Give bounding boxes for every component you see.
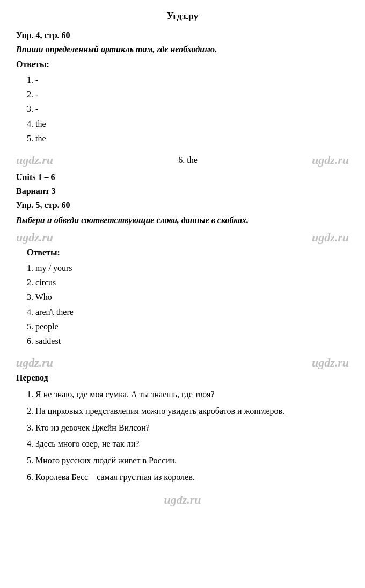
watermark-row-3: ugdz.ru ugdz.ru xyxy=(16,356,349,370)
watermark-left-2: ugdz.ru xyxy=(16,231,53,245)
section1: Упр. 4, стр. 60 Впиши определенный артик… xyxy=(16,31,349,167)
watermark-footer: ugdz.ru xyxy=(16,493,349,507)
translation-item: 4. Здесь много озер, не так ли? xyxy=(27,436,349,452)
answer-item: 5. people xyxy=(27,319,349,334)
uppr-line: Упр. 5, стр. 60 xyxy=(16,200,349,210)
site-title: Угдз.ру xyxy=(167,11,199,21)
answer-item: 2. - xyxy=(27,87,349,102)
section2-answers-label: Ответы: xyxy=(27,248,349,257)
section1-answers-list: 1. - 2. - 3. - 4. the 5. the xyxy=(27,73,349,146)
watermark-right-3: ugdz.ru xyxy=(312,356,349,370)
watermark-row-2: ugdz.ru ugdz.ru xyxy=(16,231,349,245)
translation-item: 3. Кто из девочек Джейн Вилсон? xyxy=(27,420,349,436)
answer-item-last: 6. the xyxy=(178,155,198,165)
translation-item: 1. Я не знаю, где моя сумка. А ты знаешь… xyxy=(27,387,349,403)
answer-item: 1. - xyxy=(27,73,349,87)
section1-answers-label: Ответы: xyxy=(16,60,349,69)
perevod-label: Перевод xyxy=(16,373,349,383)
site-header: Угдз.ру xyxy=(16,11,349,22)
translation-list: 1. Я не знаю, где моя сумка. А ты знаешь… xyxy=(27,387,349,485)
watermark-row-1: ugdz.ru 6. the ugdz.ru xyxy=(16,153,349,167)
section1-instruction: Впиши определенный артикль там, где необ… xyxy=(16,45,349,54)
section1-title: Упр. 4, стр. 60 xyxy=(16,31,349,40)
section2-answers-list: 1. my / yours 2. circus 3. Who 4. aren't… xyxy=(27,261,349,348)
watermark-footer-text: ugdz.ru xyxy=(164,493,201,506)
watermark-right-2: ugdz.ru xyxy=(312,231,349,245)
answer-item: 5. the xyxy=(27,131,349,146)
translation-item: 5. Много русских людей живет в России. xyxy=(27,453,349,469)
section2-instruction: Выбери и обведи соответствующие слова, д… xyxy=(16,216,349,225)
translation-item: 6. Королева Бесс – самая грустная из кор… xyxy=(27,470,349,485)
watermark-left-1: ugdz.ru xyxy=(16,153,53,167)
answer-item: 1. my / yours xyxy=(27,261,349,275)
answer-item: 4. aren't there xyxy=(27,305,349,319)
watermark-left-3: ugdz.ru xyxy=(16,356,53,370)
answer-item: 4. the xyxy=(27,117,349,131)
section2: Выбери и обведи соответствующие слова, д… xyxy=(16,216,349,348)
answer-item: 2. circus xyxy=(27,275,349,290)
units-line: Units 1 – 6 xyxy=(16,173,349,182)
answer-item: 3. - xyxy=(27,102,349,116)
translation-item: 2. На цирковых представления можно увиде… xyxy=(27,404,349,419)
answer-item: 3. Who xyxy=(27,290,349,304)
answer-item: 6. saddest xyxy=(27,334,349,348)
divider-section: Units 1 – 6 Вариант 3 Упр. 5, стр. 60 xyxy=(16,173,349,210)
watermark-right-1: ugdz.ru xyxy=(312,153,349,167)
section3: Перевод 1. Я не знаю, где моя сумка. А т… xyxy=(16,373,349,485)
variant-line: Вариант 3 xyxy=(16,187,349,196)
